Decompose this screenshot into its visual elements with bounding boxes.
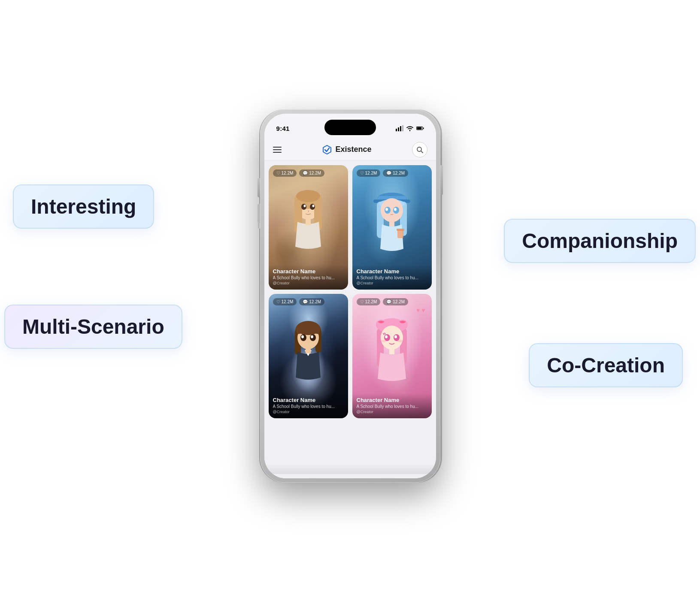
badge-interesting-text: Interesting: [31, 195, 136, 218]
svg-point-29: [394, 208, 397, 211]
card-2-name: Character Name: [357, 268, 427, 275]
card-4-stats: ♡ 12.2M 💬 12.2M: [357, 298, 409, 305]
svg-point-41: [311, 335, 313, 338]
character-card-2[interactable]: ♡ 12.2M 💬 12.2M Character Name A: [352, 165, 432, 290]
volume-button: [258, 212, 260, 229]
badge-multiscenario: Multi-Scenario: [4, 305, 182, 349]
badge-companionship: Companionship: [504, 219, 696, 263]
badge-cocreation: Co-Creation: [529, 343, 683, 387]
phone-mockup: 9:41: [260, 109, 440, 483]
app-title: Existence: [335, 145, 371, 154]
card-3-creator: @Creator: [273, 410, 344, 414]
svg-rect-1: [398, 127, 399, 131]
svg-rect-6: [417, 127, 421, 130]
menu-button[interactable]: [273, 147, 282, 153]
svg-point-15: [310, 204, 315, 210]
character-card-1[interactable]: ♡ 12.2M 💬 12.2M Character Name A: [269, 165, 348, 290]
card-2-stats: ♡ 12.2M 💬 12.2M: [357, 169, 409, 177]
logo-icon: [321, 144, 333, 155]
svg-rect-18: [306, 219, 311, 225]
svg-rect-0: [396, 129, 397, 131]
badge-cocreation-text: Co-Creation: [547, 354, 665, 377]
card-1-stats: ♡ 12.2M 💬 12.2M: [273, 169, 325, 177]
card-2-desc: A School Bully who loves to hu...: [357, 275, 427, 280]
app-logo: Existence: [321, 144, 371, 155]
svg-line-8: [421, 151, 423, 153]
svg-point-14: [301, 204, 306, 210]
badge-multiscenario-text: Multi-Scenario: [22, 315, 164, 338]
card-1-name: Character Name: [273, 268, 344, 275]
svg-point-16: [304, 205, 306, 207]
svg-point-40: [301, 335, 304, 338]
svg-point-54: [397, 340, 403, 342]
phone-reflection: [264, 464, 436, 474]
phone-screen: 9:41: [264, 114, 436, 478]
character-card-4[interactable]: ♥ ♥: [352, 294, 432, 418]
card-4-info: Character Name A School Bully who loves …: [352, 393, 432, 418]
scene: Interesting Companionship Multi-Scenario…: [0, 0, 700, 592]
svg-point-51: [385, 335, 388, 338]
card-2-info: Character Name A School Bully who loves …: [352, 265, 432, 290]
dynamic-island: [324, 120, 376, 135]
svg-rect-5: [423, 127, 424, 129]
card-3-likes: ♡ 12.2M: [273, 298, 297, 305]
card-2-likes: ♡ 12.2M: [357, 169, 381, 177]
wifi-icon: [406, 125, 414, 131]
svg-point-48: [381, 326, 403, 350]
card-3-comments: 💬 12.2M: [299, 298, 324, 305]
badge-interesting: Interesting: [13, 184, 154, 229]
card-1-comments: 💬 12.2M: [299, 169, 324, 177]
card-4-desc: A School Bully who loves to hu...: [357, 404, 427, 409]
card-3-info: Character Name A School Bully who loves …: [269, 393, 348, 418]
character-1-figure: [285, 187, 332, 266]
card-4-creator: @Creator: [357, 410, 427, 414]
menu-line-1: [273, 147, 282, 148]
menu-line-3: [273, 152, 282, 153]
signal-icon: [396, 125, 403, 131]
search-icon: [416, 146, 423, 153]
character-3-figure: [285, 315, 332, 395]
search-button[interactable]: [412, 142, 427, 157]
card-4-likes: ♡ 12.2M: [357, 298, 381, 305]
svg-point-28: [385, 208, 388, 211]
card-3-stats: ♡ 12.2M 💬 12.2M: [273, 298, 325, 305]
badge-companionship-text: Companionship: [522, 230, 678, 252]
svg-rect-32: [397, 229, 404, 231]
svg-point-53: [381, 340, 386, 342]
card-1-info: Character Name A School Bully who loves …: [269, 265, 348, 290]
svg-rect-42: [306, 348, 311, 353]
card-2-comments: 💬 12.2M: [383, 169, 408, 177]
card-4-name: Character Name: [357, 397, 427, 403]
svg-point-25: [381, 198, 403, 222]
heart-decoration: ♥ ♥: [416, 307, 425, 314]
svg-rect-2: [400, 126, 401, 131]
app-header: Existence: [264, 139, 436, 161]
card-1-desc: A School Bully who loves to hu...: [273, 275, 344, 280]
card-3-desc: A School Bully who loves to hu...: [273, 404, 344, 409]
card-4-comments: 💬 12.2M: [383, 298, 408, 305]
phone-body: 9:41: [260, 109, 440, 483]
svg-rect-55: [389, 349, 394, 354]
svg-rect-30: [389, 221, 394, 227]
card-1-creator: @Creator: [273, 281, 344, 285]
svg-point-52: [394, 335, 397, 338]
app-content: ♡ 12.2M 💬 12.2M Character Name A: [264, 161, 436, 478]
status-time: 9:41: [276, 125, 290, 132]
cards-grid: ♡ 12.2M 💬 12.2M Character Name A: [264, 161, 436, 423]
character-card-3[interactable]: ♡ 12.2M 💬 12.2M Character Name A: [269, 294, 348, 418]
svg-rect-3: [402, 125, 403, 131]
battery-icon: [416, 125, 424, 131]
svg-point-17: [312, 205, 315, 207]
menu-line-2: [273, 149, 282, 150]
character-2-figure: [368, 187, 415, 266]
card-1-likes: ♡ 12.2M: [273, 169, 297, 177]
card-2-creator: @Creator: [357, 281, 427, 285]
card-3-name: Character Name: [273, 397, 344, 403]
character-4-figure: [368, 315, 415, 395]
svg-point-13: [296, 190, 320, 202]
status-icons: [396, 125, 424, 131]
